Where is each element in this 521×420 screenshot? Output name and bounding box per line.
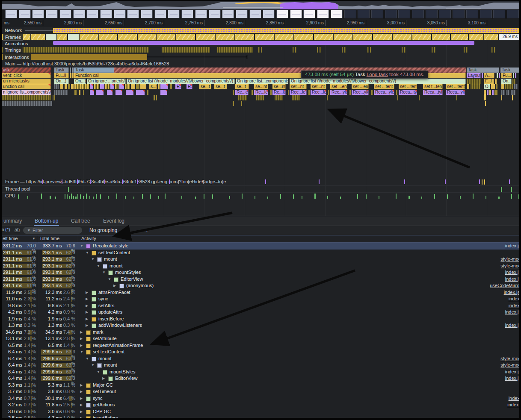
gpu-label[interactable]: GPU bbox=[5, 193, 15, 198]
frame-segment[interactable] bbox=[393, 34, 411, 40]
activity-label[interactable]: setAttribute bbox=[93, 336, 117, 341]
frame-segment[interactable] bbox=[334, 34, 352, 40]
table-row[interactable]: 291.1 ms61.6 %293.1 ms62.0 %▶(anonymous)… bbox=[2, 282, 519, 289]
flame-chip[interactable] bbox=[506, 90, 509, 95]
flame-chip[interactable] bbox=[53, 95, 53, 100]
thread-pool-label[interactable]: Thread pool bbox=[5, 186, 30, 191]
flame-entry[interactable]: Reca...tyle bbox=[399, 90, 417, 95]
expand-arrow-icon[interactable]: ▶ bbox=[80, 390, 84, 394]
thread-pool-track[interactable]: Thread pool bbox=[2, 185, 519, 193]
flame-chip[interactable] bbox=[233, 101, 234, 106]
flame-chip[interactable] bbox=[467, 84, 469, 89]
flame-chip[interactable] bbox=[349, 90, 351, 95]
flame-chip[interactable] bbox=[501, 95, 502, 100]
frames-track[interactable]: 26.9 ms bbox=[2, 34, 519, 40]
expand-arrow-icon[interactable]: ▶ bbox=[80, 337, 84, 341]
page-screenshot-thumbnail[interactable] bbox=[317, 10, 329, 18]
flame-entry[interactable]: set t...tent bbox=[423, 84, 443, 89]
activity-label[interactable]: setTimeout bbox=[93, 389, 116, 394]
frame-segment[interactable] bbox=[176, 34, 195, 40]
flame-entry[interactable]: Rec...le bbox=[290, 90, 307, 95]
table-row[interactable]: 3.4 ms0.7 %30.1 ms6.4 %▶syncindex. bbox=[2, 395, 519, 402]
flame-chip[interactable] bbox=[256, 95, 264, 100]
frame-segment[interactable] bbox=[469, 34, 483, 40]
table-row[interactable]: 3.2 ms0.7 %11.8 ms2.5 %▶getActionsindex.… bbox=[2, 402, 519, 408]
expand-arrow-icon[interactable]: ▶ bbox=[80, 344, 84, 347]
table-row[interactable]: 4.2 ms0.9 %4.2 ms0.9 %▶updateAttrsindex.… bbox=[2, 309, 519, 316]
flame-chip[interactable] bbox=[512, 95, 513, 100]
activity-label[interactable]: mount bbox=[98, 356, 112, 361]
table-row[interactable]: 291.1 ms61.6 %293.1 ms62.0 %▼EditorViewi… bbox=[2, 276, 519, 283]
filter-input[interactable]: ▼ Filter bbox=[23, 227, 82, 234]
page-screenshot-thumbnail[interactable] bbox=[209, 10, 221, 18]
frame-segment[interactable] bbox=[216, 34, 234, 40]
table-row[interactable]: 291.1 ms61.6 %293.1 ms62.0 %▼mountstyle-… bbox=[2, 263, 519, 270]
flame-chip[interactable] bbox=[107, 90, 112, 95]
sort-desc-icon[interactable]: ▼ bbox=[32, 237, 36, 241]
expand-arrow-icon[interactable]: ▶ bbox=[86, 317, 90, 321]
flame-chip[interactable] bbox=[511, 90, 515, 95]
activity-label[interactable]: setAttrs bbox=[98, 303, 114, 308]
flame-entry[interactable]: se...nt bbox=[254, 84, 268, 89]
flame-entry[interactable]: Reca...tyle bbox=[423, 90, 443, 95]
flame-entry[interactable]: R... bbox=[175, 84, 181, 89]
flame-chip[interactable] bbox=[74, 84, 89, 89]
frame-segment[interactable] bbox=[68, 34, 79, 40]
flame-chip[interactable] bbox=[136, 84, 139, 89]
track-label-frames[interactable]: Frames bbox=[3, 34, 23, 41]
table-row[interactable]: 291.1 ms61.6 %293.1 ms62.0 %▼mountStyles… bbox=[2, 269, 519, 276]
activity-label[interactable]: (anonymous) bbox=[126, 283, 154, 288]
track-label-animations[interactable]: Animations bbox=[3, 41, 30, 47]
page-screenshot-thumbnail[interactable] bbox=[141, 10, 153, 18]
flame-chip[interactable] bbox=[288, 90, 289, 95]
page-screenshot-thumbnail[interactable] bbox=[59, 10, 71, 18]
source-link[interactable]: style-mod bbox=[500, 263, 519, 268]
col-self-time[interactable]: elf time bbox=[3, 236, 18, 241]
flame-chip[interactable] bbox=[397, 95, 398, 100]
network-request-bar[interactable] bbox=[53, 28, 519, 33]
flame-chip[interactable] bbox=[492, 90, 494, 95]
source-link[interactable]: index.js bbox=[505, 323, 519, 328]
flame-entry[interactable]: On...) bbox=[54, 79, 69, 84]
flame-entry[interactable]: Fu...ll bbox=[501, 73, 512, 78]
flame-entry[interactable]: A... bbox=[484, 73, 494, 78]
flame-chip[interactable] bbox=[494, 90, 497, 95]
page-screenshot-thumbnail[interactable] bbox=[195, 10, 207, 18]
page-screenshot-thumbnail[interactable] bbox=[371, 10, 383, 18]
page-screenshot-thumbnail[interactable] bbox=[263, 10, 275, 18]
table-row[interactable]: 1.9 ms0.4 %1.9 ms0.4 %▶insertBefore bbox=[2, 316, 519, 323]
flame-chip[interactable] bbox=[2, 95, 51, 100]
flame-chip[interactable] bbox=[252, 90, 253, 95]
flame-chip[interactable] bbox=[501, 84, 504, 89]
collapse-arrow-icon[interactable]: ▼ bbox=[86, 357, 90, 361]
table-row[interactable]: 6.4 ms1.4 %299.6 ms63.3 %▶EditorViewinde… bbox=[2, 375, 519, 382]
table-row[interactable]: 3.0 ms0.6 %3.0 ms0.6 %▶CPP GC bbox=[2, 408, 519, 415]
track-label-interactions[interactable]: Interactions bbox=[3, 54, 31, 60]
interactions-track[interactable] bbox=[2, 54, 519, 60]
activity-label[interactable]: sync bbox=[93, 396, 103, 401]
flame-chip[interactable] bbox=[71, 84, 74, 89]
flame-chip[interactable] bbox=[140, 84, 146, 89]
source-link[interactable]: index.js bbox=[505, 243, 519, 248]
flame-chip[interactable] bbox=[105, 84, 110, 89]
flame-entry[interactable]: On ignore list...components\/) bbox=[236, 79, 288, 84]
expand-arrow-icon[interactable]: ▶ bbox=[80, 410, 84, 414]
flame-entry[interactable]: Rec...le bbox=[311, 90, 326, 95]
flame-chip[interactable] bbox=[147, 90, 148, 95]
table-row[interactable]: 34.6 ms7.3 %34.9 ms7.4 %▶mark bbox=[2, 329, 519, 336]
collapse-arrow-icon[interactable]: ▼ bbox=[80, 244, 84, 248]
flame-chip[interactable] bbox=[456, 95, 457, 100]
flame-entry[interactable]: On ignore list (\/node_modules\/|\/bower… bbox=[290, 79, 466, 84]
page-screenshot-thumbnail[interactable] bbox=[73, 10, 85, 18]
activity-label[interactable]: CPP GC bbox=[93, 409, 111, 414]
page-screenshot-thumbnail[interactable] bbox=[358, 10, 370, 18]
collapse-arrow-icon[interactable]: ▼ bbox=[102, 270, 107, 274]
flame-entry[interactable]: Task bbox=[500, 68, 519, 73]
source-link[interactable]: index.j bbox=[507, 402, 519, 407]
flame-chip[interactable] bbox=[156, 95, 157, 100]
expand-arrow-icon[interactable]: ▶ bbox=[86, 291, 90, 294]
flame-chip[interactable] bbox=[308, 90, 310, 95]
page-screenshot-thumbnail[interactable] bbox=[412, 10, 424, 18]
source-link[interactable]: index.js bbox=[505, 309, 519, 314]
flame-entry[interactable]: set ...ent bbox=[330, 84, 347, 89]
